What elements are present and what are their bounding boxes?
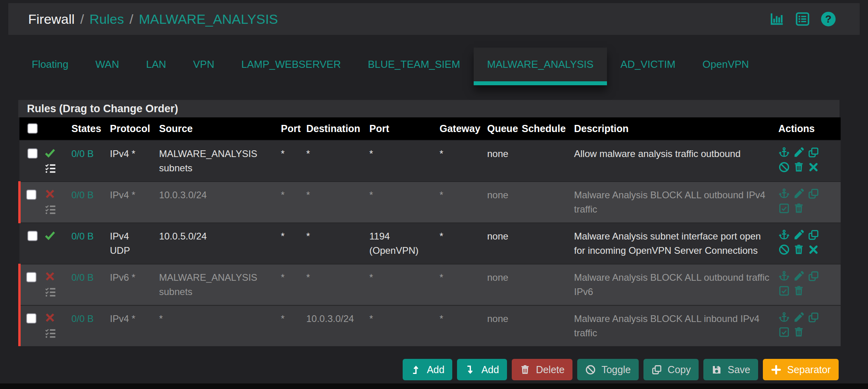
- rule-actions-cell: [778, 182, 841, 223]
- rule-description: Malware Analysis BLOCK ALL outbound traf…: [574, 264, 778, 305]
- check-square-action-icon[interactable]: [778, 285, 790, 297]
- rule-protocol: IPv4 *: [110, 305, 159, 346]
- clone-action-icon[interactable]: [808, 312, 819, 323]
- rule-checkbox[interactable]: [27, 231, 38, 241]
- pencil-action-icon[interactable]: [793, 147, 805, 158]
- rule-queue: none: [487, 223, 522, 264]
- toggle-button[interactable]: Toggle: [577, 359, 639, 380]
- delete-button[interactable]: Delete: [512, 359, 572, 380]
- rule-destination: 10.0.3.0/24: [306, 305, 369, 346]
- trash-action-icon[interactable]: [793, 203, 805, 214]
- ban-action-icon[interactable]: [778, 244, 790, 255]
- rule-checkbox[interactable]: [26, 190, 36, 200]
- pencil-action-icon[interactable]: [793, 312, 805, 323]
- rule-states[interactable]: 0/0 B: [71, 223, 110, 264]
- breadcrumb-link-interface[interactable]: MALWARE_ANALYSIS: [139, 11, 278, 27]
- tab-lamp_webserver[interactable]: LAMP_WEBSERVER: [228, 48, 354, 85]
- anchor-action-icon[interactable]: [778, 229, 790, 241]
- button-label: Add: [481, 364, 499, 376]
- rule-disabled-x-icon: [44, 270, 56, 282]
- rule-indicator-cell: [44, 305, 71, 346]
- tab-malware_analysis[interactable]: MALWARE_ANALYSIS: [474, 48, 607, 85]
- tab-floating[interactable]: Floating: [18, 48, 82, 85]
- rule-source: 10.0.5.0/24: [159, 223, 281, 264]
- clone-action-icon[interactable]: [808, 229, 819, 241]
- tab-openvpn[interactable]: OpenVPN: [689, 48, 762, 85]
- rule-row[interactable]: 0/0 B IPv4 * 10.0.3.0/24 * * * * none Ma…: [19, 182, 841, 223]
- rule-queue: none: [487, 264, 522, 305]
- trash-action-icon[interactable]: [793, 285, 805, 297]
- check-square-action-icon[interactable]: [778, 326, 790, 338]
- rule-schedule: [522, 264, 574, 305]
- rule-description: Allow malware analysis traffic outbound: [574, 140, 778, 182]
- trash-icon: [520, 364, 530, 375]
- rule-destination: *: [306, 264, 369, 305]
- rule-description: Malware Analysis subnet interface port o…: [574, 223, 778, 264]
- header-indicator-cell: [44, 117, 71, 140]
- check-square-action-icon[interactable]: [778, 203, 790, 214]
- bar-chart-icon[interactable]: [769, 11, 785, 27]
- rule-schedule: [522, 140, 574, 182]
- plus-icon: [771, 364, 782, 375]
- breadcrumb-link-rules[interactable]: Rules: [90, 11, 124, 27]
- anchor-action-icon[interactable]: [778, 147, 790, 158]
- tab-label: LAMP_WEBSERVER: [241, 58, 341, 71]
- rule-schedule: [522, 305, 574, 346]
- header-select-cell: [19, 117, 44, 140]
- button-label: Copy: [668, 364, 691, 376]
- add-rule-top-button[interactable]: Add: [403, 359, 452, 380]
- rule-row[interactable]: 0/0 B IPv4 UDP 10.0.5.0/24 * * 1194 (Ope…: [19, 223, 841, 264]
- tab-blue_team_siem[interactable]: BLUE_TEAM_SIEM: [354, 48, 474, 85]
- save-button[interactable]: Save: [703, 359, 758, 380]
- rule-states[interactable]: 0/0 B: [71, 264, 110, 305]
- help-icon[interactable]: ?: [820, 11, 837, 27]
- rule-checkbox[interactable]: [26, 272, 36, 282]
- rule-row[interactable]: 0/0 B IPv4 * MALWARE_ANALYSIS subnets * …: [19, 140, 841, 182]
- ban-action-icon[interactable]: [778, 161, 790, 173]
- tab-vpn[interactable]: VPN: [180, 48, 228, 85]
- trash-action-icon[interactable]: [793, 326, 805, 338]
- trash-action-icon[interactable]: [793, 161, 805, 173]
- rule-dest-port: *: [369, 140, 440, 182]
- pencil-action-icon[interactable]: [793, 229, 805, 241]
- anchor-action-icon[interactable]: [778, 312, 790, 323]
- copy-button[interactable]: Copy: [643, 359, 699, 380]
- rule-checkbox[interactable]: [27, 148, 38, 159]
- rule-states[interactable]: 0/0 B: [71, 140, 110, 182]
- breadcrumb: Firewall / Rules / MALWARE_ANALYSIS: [28, 11, 278, 27]
- tab-ad_victim[interactable]: AD_VICTIM: [607, 48, 689, 85]
- add-rule-bottom-button[interactable]: Add: [457, 359, 507, 380]
- states-detail-icon[interactable]: [44, 204, 57, 216]
- rule-states[interactable]: 0/0 B: [71, 182, 110, 223]
- anchor-action-icon[interactable]: [778, 188, 790, 199]
- times-action-icon[interactable]: [808, 244, 819, 255]
- trash-action-icon[interactable]: [793, 244, 805, 255]
- header-description: Description: [574, 117, 778, 140]
- rule-row[interactable]: 0/0 B IPv4 * * * 10.0.3.0/24 * * none Ma…: [19, 305, 841, 346]
- states-detail-icon[interactable]: [44, 286, 57, 298]
- rule-source-port: *: [281, 264, 306, 305]
- times-action-icon[interactable]: [808, 161, 819, 173]
- tab-lan[interactable]: LAN: [133, 48, 180, 85]
- tab-wan[interactable]: WAN: [82, 48, 133, 85]
- breadcrumb-bar: Firewall / Rules / MALWARE_ANALYSIS ?: [8, 3, 860, 35]
- states-detail-icon[interactable]: [44, 163, 57, 174]
- rules-table: States Protocol Source Port Destination …: [18, 117, 841, 346]
- anchor-action-icon[interactable]: [778, 270, 790, 282]
- rule-indicator-cell: [44, 264, 71, 305]
- log-view-icon[interactable]: [795, 11, 810, 27]
- pencil-action-icon[interactable]: [793, 270, 805, 282]
- tab-label: VPN: [193, 58, 214, 71]
- rule-row[interactable]: 0/0 B IPv6 * MALWARE_ANALYSIS subnets * …: [19, 264, 841, 305]
- clone-action-icon[interactable]: [808, 270, 819, 282]
- rule-states[interactable]: 0/0 B: [71, 305, 110, 346]
- button-label: Add: [427, 364, 444, 376]
- rule-checkbox[interactable]: [26, 313, 36, 324]
- pencil-action-icon[interactable]: [793, 188, 805, 199]
- clone-action-icon[interactable]: [808, 147, 819, 158]
- select-all-checkbox[interactable]: [27, 123, 38, 134]
- clone-action-icon[interactable]: [808, 188, 819, 199]
- separator-button[interactable]: Separator: [763, 359, 839, 380]
- states-detail-icon[interactable]: [44, 328, 57, 339]
- svg-text:?: ?: [825, 13, 832, 25]
